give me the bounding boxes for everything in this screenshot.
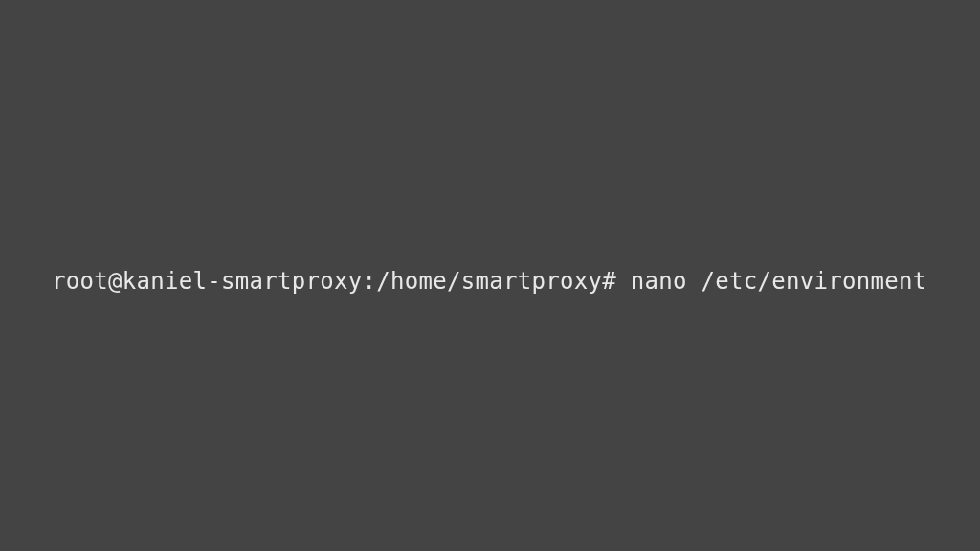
shell-prompt: root@kaniel-smartproxy:/home/smartproxy#	[52, 268, 631, 295]
terminal-line[interactable]: root@kaniel-smartproxy:/home/smartproxy#…	[52, 268, 926, 295]
shell-command: nano /etc/environment	[631, 268, 927, 295]
